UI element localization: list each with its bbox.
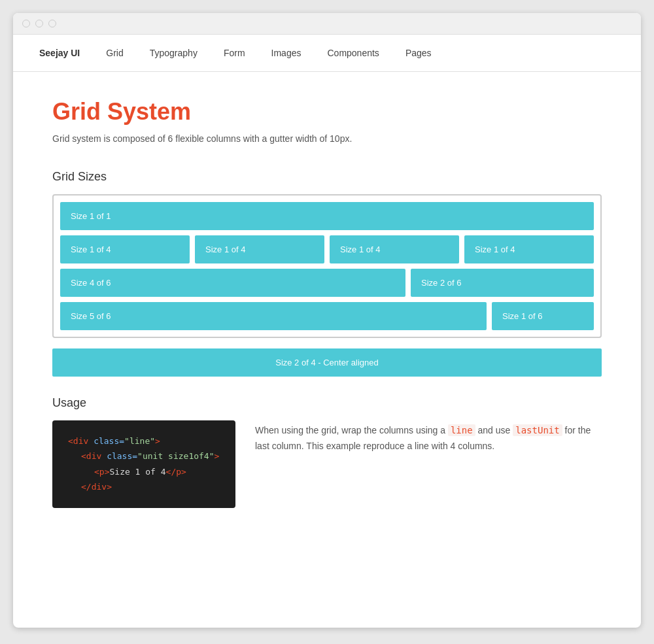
grid-cell-4of6: Size 4 of 6 [60,269,405,297]
code-tag-div2-close: > [215,451,220,461]
grid-cell-1of1: Size 1 of 1 [60,202,594,230]
code-line-2: <div class="unit size1of4"> [68,449,220,464]
nav-item-grid[interactable]: Grid [93,35,136,71]
code-tag-p-open: <p> [94,467,109,477]
grid-cell-5of6: Size 5 of 6 [60,302,487,330]
usage-code-lastunit: lastUnit [513,424,562,436]
grid-demo: Size 1 of 1 Size 1 of 4 Size 1 of 4 Size… [52,194,602,338]
app-window: Seejay UI Grid Typography Form Images Co… [13,13,641,628]
code-attr-class2: class= [107,451,137,461]
code-tag-div2-open: <div [81,451,107,461]
nav-item-images[interactable]: Images [258,35,315,71]
grid-cell-1of4-c: Size 1 of 4 [330,235,459,263]
nav-bar: Seejay UI Grid Typography Form Images Co… [13,35,641,72]
window-minimize-btn[interactable] [35,20,43,27]
usage-code-line: line [448,424,475,436]
code-tag-p-close: </p> [166,467,186,477]
grid-cell-2of6: Size 2 of 6 [411,269,594,297]
page-title: Grid System [52,98,602,126]
grid-row-4: Size 5 of 6 Size 1 of 6 [60,302,594,330]
nav-item-pages[interactable]: Pages [392,35,445,71]
code-attr-class: class= [94,436,124,446]
code-block: <div class="line"> <div class="unit size… [52,420,235,508]
window-close-btn[interactable] [22,20,30,27]
nav-item-components[interactable]: Components [314,35,392,71]
grid-cell-1of4-a: Size 1 of 4 [60,235,190,263]
code-tag-div-close-bracket: > [155,436,160,446]
code-tag-div-open: <div [68,436,94,446]
grid-cell-1of6: Size 1 of 6 [492,302,594,330]
nav-item-typography[interactable]: Typography [137,35,211,71]
grid-cell-1of4-d: Size 1 of 4 [464,235,594,263]
usage-title: Usage [52,396,602,410]
nav-item-form[interactable]: Form [211,35,258,71]
usage-section: Usage <div class="line"> <div class="uni… [52,396,602,508]
grid-cell-center: Size 2 of 4 - Center aligned [52,348,602,377]
nav-brand[interactable]: Seejay UI [39,35,93,71]
code-string-unit: "unit size1of4" [137,451,214,461]
center-row: Size 2 of 4 - Center aligned [52,348,602,377]
usage-text-before: When using the grid, wrap the columns us… [255,425,445,435]
code-string-line: "line" [124,436,155,446]
grid-row-2: Size 1 of 4 Size 1 of 4 Size 1 of 4 Size… [60,235,594,263]
usage-body: <div class="line"> <div class="unit size… [52,420,602,508]
usage-text-connector: and use [478,425,513,435]
page-description: Grid system is composed of 6 flexible co… [52,133,602,144]
title-bar [13,13,641,35]
code-text-content: Size 1 of 4 [109,467,165,477]
grid-row-3: Size 4 of 6 Size 2 of 6 [60,269,594,297]
grid-row-1: Size 1 of 1 [60,202,594,230]
grid-cell-1of4-b: Size 1 of 4 [195,235,324,263]
grid-sizes-title: Grid Sizes [52,170,602,184]
code-line-4: </div> [68,479,220,494]
main-content: Grid System Grid system is composed of 6… [13,72,641,534]
usage-description: When using the grid, wrap the columns us… [255,420,602,454]
window-maximize-btn[interactable] [48,20,56,27]
code-line-3: <p>Size 1 of 4</p> [68,464,220,479]
code-tag-div-closing: </div> [81,482,112,492]
code-line-1: <div class="line"> [68,433,220,449]
